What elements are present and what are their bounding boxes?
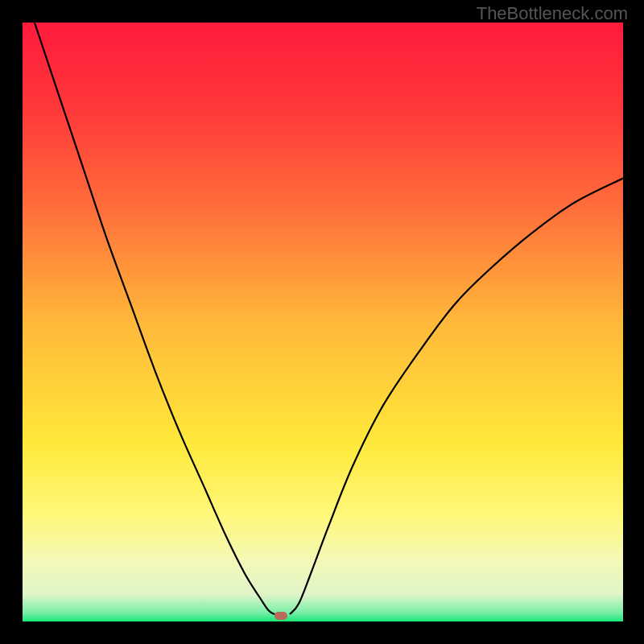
bottleneck-curve [23,23,623,621]
plot-area [23,23,623,621]
target-marker [275,612,287,620]
watermark-text: TheBottleneck.com [477,3,628,24]
curve-left-branch [35,23,275,614]
curve-right-branch [290,178,623,614]
